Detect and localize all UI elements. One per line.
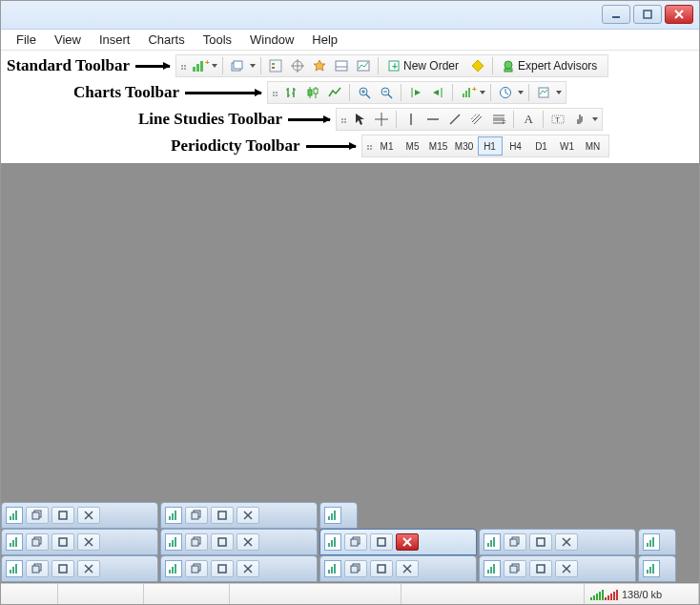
periods-dropdown[interactable] bbox=[518, 91, 525, 94]
candlestick-button[interactable] bbox=[302, 83, 323, 102]
period-w1-button[interactable]: W1 bbox=[555, 136, 580, 156]
child-close-button[interactable] bbox=[237, 560, 259, 577]
child-maximize-button[interactable] bbox=[211, 507, 234, 524]
window-close-button[interactable] bbox=[665, 5, 693, 24]
period-m15-button[interactable]: M15 bbox=[426, 136, 451, 156]
minimized-chart-window[interactable] bbox=[479, 555, 636, 582]
indicators-button[interactable]: + bbox=[457, 83, 478, 102]
period-h1-button[interactable]: H1 bbox=[478, 136, 503, 156]
window-minimize-button[interactable] bbox=[602, 5, 630, 24]
menu-insert[interactable]: Insert bbox=[92, 31, 138, 49]
vertical-line-button[interactable] bbox=[401, 110, 422, 129]
toolbar-grip[interactable] bbox=[340, 111, 345, 128]
menu-help[interactable]: Help bbox=[304, 31, 345, 49]
menu-tools[interactable]: Tools bbox=[196, 31, 239, 49]
child-maximize-button[interactable] bbox=[370, 533, 393, 551]
child-maximize-button[interactable] bbox=[51, 507, 74, 524]
child-close-button[interactable] bbox=[237, 533, 259, 551]
minimized-chart-window[interactable] bbox=[160, 529, 318, 555]
child-close-button[interactable] bbox=[396, 533, 419, 551]
line-chart-button[interactable] bbox=[324, 83, 345, 102]
strategy-tester-button[interactable] bbox=[353, 56, 374, 75]
new-chart-dropdown[interactable] bbox=[212, 64, 218, 68]
new-order-button[interactable]: + New Order bbox=[382, 56, 466, 75]
child-maximize-button[interactable] bbox=[51, 533, 74, 551]
arrows-dropdown[interactable] bbox=[592, 117, 599, 121]
child-maximize-button[interactable] bbox=[211, 533, 234, 551]
text-button[interactable]: A bbox=[518, 110, 539, 129]
expert-advisors-button[interactable]: Expert Advisors bbox=[497, 56, 605, 75]
channel-button[interactable] bbox=[466, 110, 487, 129]
period-m1-button[interactable]: M1 bbox=[375, 136, 400, 156]
bar-chart-button[interactable] bbox=[280, 83, 301, 102]
child-restore-button[interactable] bbox=[185, 533, 208, 551]
child-restore-button[interactable] bbox=[344, 560, 367, 577]
toolbar-grip[interactable] bbox=[365, 137, 371, 155]
child-restore-button[interactable] bbox=[185, 507, 208, 524]
zoom-in-button[interactable] bbox=[354, 83, 375, 102]
child-maximize-button[interactable] bbox=[529, 560, 552, 577]
menu-view[interactable]: View bbox=[47, 31, 89, 49]
child-maximize-button[interactable] bbox=[529, 533, 552, 551]
cursor-button[interactable] bbox=[349, 110, 370, 129]
auto-scroll-button[interactable] bbox=[405, 83, 426, 102]
child-maximize-button[interactable] bbox=[211, 560, 234, 577]
child-close-button[interactable] bbox=[77, 507, 100, 524]
data-window-button[interactable] bbox=[287, 56, 308, 75]
period-mn-button[interactable]: MN bbox=[581, 136, 606, 156]
child-maximize-button[interactable] bbox=[51, 560, 74, 577]
minimized-chart-window[interactable] bbox=[160, 502, 318, 529]
child-close-button[interactable] bbox=[555, 560, 578, 577]
profiles-dropdown[interactable] bbox=[250, 64, 257, 68]
market-watch-button[interactable] bbox=[265, 56, 286, 75]
minimized-chart-window[interactable] bbox=[319, 555, 477, 582]
period-m30-button[interactable]: M30 bbox=[452, 136, 477, 156]
period-h4-button[interactable]: H4 bbox=[504, 136, 528, 156]
minimized-chart-window[interactable] bbox=[638, 529, 676, 555]
minimized-chart-window[interactable] bbox=[1, 502, 158, 529]
terminal-button[interactable] bbox=[331, 56, 352, 75]
horizontal-line-button[interactable] bbox=[422, 110, 443, 129]
crosshair-button[interactable] bbox=[371, 110, 392, 129]
child-restore-button[interactable] bbox=[26, 560, 49, 577]
minimized-chart-window[interactable] bbox=[319, 502, 358, 529]
child-close-button[interactable] bbox=[555, 533, 578, 551]
child-restore-button[interactable] bbox=[26, 507, 49, 524]
minimized-chart-window[interactable] bbox=[319, 529, 477, 555]
minimized-chart-window[interactable] bbox=[638, 555, 676, 582]
minimized-chart-window[interactable] bbox=[1, 555, 158, 582]
arrows-button[interactable] bbox=[569, 110, 590, 129]
toolbar-grip[interactable] bbox=[271, 84, 277, 101]
child-restore-button[interactable] bbox=[344, 533, 367, 551]
period-m5-button[interactable]: M5 bbox=[401, 136, 425, 156]
periods-button[interactable] bbox=[495, 83, 516, 102]
toolbar-grip[interactable] bbox=[179, 57, 185, 74]
profiles-button[interactable] bbox=[227, 56, 248, 75]
period-d1-button[interactable]: D1 bbox=[529, 136, 554, 156]
minimized-chart-window[interactable] bbox=[479, 529, 636, 555]
new-chart-button[interactable]: + bbox=[189, 56, 210, 75]
navigator-button[interactable] bbox=[309, 56, 330, 75]
menu-file[interactable]: File bbox=[9, 31, 44, 49]
child-restore-button[interactable] bbox=[26, 533, 49, 551]
trendline-button[interactable] bbox=[444, 110, 465, 129]
child-close-button[interactable] bbox=[77, 533, 100, 551]
child-close-button[interactable] bbox=[237, 507, 259, 524]
menu-charts[interactable]: Charts bbox=[140, 31, 192, 49]
chart-shift-button[interactable] bbox=[427, 83, 448, 102]
templates-dropdown[interactable] bbox=[556, 91, 563, 94]
minimized-chart-window[interactable] bbox=[160, 555, 318, 582]
child-restore-button[interactable] bbox=[504, 560, 526, 577]
menu-window[interactable]: Window bbox=[242, 31, 301, 49]
child-restore-button[interactable] bbox=[504, 533, 526, 551]
window-maximize-button[interactable] bbox=[633, 5, 662, 24]
child-restore-button[interactable] bbox=[185, 560, 208, 577]
fibonacci-button[interactable]: F bbox=[488, 110, 509, 129]
meta-editor-button[interactable] bbox=[467, 56, 488, 75]
zoom-out-button[interactable] bbox=[376, 83, 397, 102]
minimized-chart-window[interactable] bbox=[1, 529, 158, 555]
child-maximize-button[interactable] bbox=[370, 560, 393, 577]
text-label-button[interactable]: T bbox=[547, 110, 568, 129]
child-close-button[interactable] bbox=[396, 560, 419, 577]
child-close-button[interactable] bbox=[77, 560, 100, 577]
